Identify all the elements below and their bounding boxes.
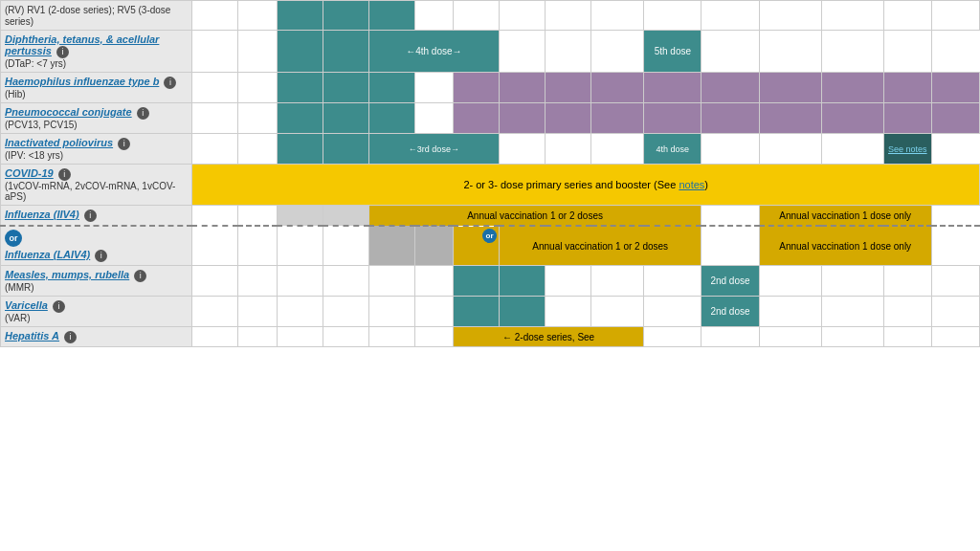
vaccine-schedule-table: (RV) RV1 (2-dose series); RV5 (3-dose se… (0, 0, 980, 347)
dtap-birth (192, 31, 238, 73)
hepa-13-15yrs (883, 327, 931, 347)
dtap-row: Diphtheria, tetanus, & acellular pertuss… (1, 31, 980, 73)
ipv-name-cell: Inactivated poliovirus i (IPV: <18 yrs) (1, 134, 192, 165)
rv-4-6yrs (702, 1, 759, 31)
covid-name-cell: COVID-19 i (1vCOV-mRNA, 2vCOV-mRNA, 1vCO… (1, 165, 192, 206)
mmr-15mo (500, 266, 546, 297)
hepa-link[interactable]: Hepatitis A (5, 330, 59, 342)
dtap-4mo (323, 31, 368, 73)
influenza-iiv4-info-icon[interactable]: i (84, 209, 97, 222)
ipv-11-12yrs (759, 134, 821, 165)
hib-7-10yrs (759, 73, 821, 103)
rv-15mo (500, 1, 546, 31)
influenza-laiv4-name-cell: or Influenza (LAIV4) i (1, 226, 192, 266)
pcv-2mo (277, 103, 323, 134)
dtap-16-18yrs (883, 31, 931, 73)
ipv-2-3yrs (591, 134, 644, 165)
mmr-7-10yrs (759, 266, 821, 297)
hepa-2-3yrs (644, 327, 702, 347)
laiv4-or-badge2: or (482, 229, 497, 243)
iiv4-birth (192, 206, 238, 227)
pcv-link[interactable]: Pneumococcal conjugate (5, 106, 132, 118)
covid-notes-link[interactable]: notes (679, 179, 704, 190)
dtap-19-23mo (546, 31, 591, 73)
influenza-laiv4-info-icon[interactable]: i (95, 250, 107, 262)
hepa-4-6yrs (702, 327, 759, 347)
mmr-12mo (453, 266, 499, 297)
hib-16-18yrs (931, 73, 979, 103)
ipv-info-icon[interactable]: i (118, 138, 130, 150)
ipv-7-10yrs (702, 134, 759, 165)
hepa-7-10yrs (759, 327, 821, 347)
ipv-see-notes-label[interactable]: See notes (888, 144, 927, 154)
pcv-info-icon[interactable]: i (137, 107, 149, 120)
mmr-birth (192, 266, 238, 297)
var-15mo (500, 297, 546, 327)
ipv-row: Inactivated poliovirus i (IPV: <18 yrs) … (1, 134, 980, 165)
hib-9mo (414, 73, 453, 103)
var-18mo (546, 297, 591, 327)
rv-2-3yrs (644, 1, 702, 31)
mmr-4mo (323, 266, 368, 297)
covid-row: COVID-19 i (1vCOV-mRNA, 2vCOV-mRNA, 1vCO… (1, 165, 980, 206)
hepa-birth (192, 327, 238, 347)
dtap-1mo (238, 31, 277, 73)
dtap-6mo-arrow: ←4th dose→ (368, 31, 499, 73)
rv-sub-text: (RV) RV1 (2-dose series); RV5 (3-dose se… (5, 5, 170, 27)
influenza-iiv4-link[interactable]: Influenza (IIV4) (5, 209, 79, 220)
iiv4-7-10yrs (702, 206, 759, 227)
laiv4-4mo (323, 226, 368, 266)
laiv4-annual2-cell: Annual vaccination 1 dose only (759, 226, 931, 266)
hepa-2mo (277, 327, 323, 347)
iiv4-annual1-cell: Annual vaccination 1 or 2 doses (368, 206, 702, 227)
ipv-1mo (238, 134, 277, 165)
dtap-2mo (277, 31, 323, 73)
mmr-4-6yrs-dose2: 2nd dose (702, 266, 759, 297)
laiv4-annual1-cell: Annual vaccination 1 or 2 doses (500, 226, 702, 266)
pcv-12mo (453, 103, 499, 134)
varicella-link[interactable]: Varicella (5, 299, 48, 311)
rv-2mo (277, 1, 323, 31)
hepa-9mo (414, 327, 453, 347)
ipv-sub: (IPV: <18 yrs) (5, 150, 188, 161)
covid-span-cell: 2- or 3- dose primary series and booster… (192, 165, 980, 206)
dtap-18mo (500, 31, 546, 73)
ipv-link[interactable]: Inactivated poliovirus (5, 137, 113, 148)
dtap-7-10yrs (702, 31, 759, 73)
dtap-link[interactable]: Diphtheria, tetanus, & acellular pertuss… (5, 33, 159, 56)
pcv-4mo (323, 103, 368, 134)
ipv-19-23mo (546, 134, 591, 165)
influenza-laiv4-link[interactable]: Influenza (LAIV4) (5, 249, 90, 260)
mmr-9mo (414, 266, 453, 297)
rv-9mo (414, 1, 453, 31)
pcv-7-10yrs (759, 103, 821, 134)
hib-info-icon[interactable]: i (164, 77, 176, 89)
varicella-info-icon[interactable]: i (53, 300, 65, 313)
pcv-sub: (PCV13, PCV15) (5, 120, 188, 130)
mmr-info-icon[interactable]: i (134, 270, 146, 282)
rv-7-10yrs (759, 1, 821, 31)
covid-link[interactable]: COVID-19 (5, 167, 54, 179)
hib-1mo (238, 73, 277, 103)
rv-19-23mo (591, 1, 644, 31)
mmr-6mo (368, 266, 414, 297)
ipv-3rd-dose-label: ←3rd dose→ (409, 144, 459, 154)
pcv-19-23mo (591, 103, 644, 134)
covid-info-icon[interactable]: i (58, 168, 71, 181)
dtap-name-cell: Diphtheria, tetanus, & acellular pertuss… (1, 31, 192, 73)
hib-link[interactable]: Haemophilus influenzae type b (5, 76, 159, 87)
hepa-11-12yrs (821, 327, 883, 347)
dtap-info-icon[interactable]: i (56, 46, 69, 58)
hib-2mo (277, 73, 323, 103)
hepa-info-icon[interactable]: i (64, 331, 77, 343)
laiv4-annual2-label: Annual vaccination 1 dose only (779, 241, 911, 252)
ipv-see-notes-cell: See notes (883, 134, 931, 165)
iiv4-annual1-label: Annual vaccination 1 or 2 doses (467, 210, 603, 221)
hepa-6mo (368, 327, 414, 347)
rv-12mo (453, 1, 499, 31)
rv-name-cell: (RV) RV1 (2-dose series); RV5 (3-dose se… (1, 1, 192, 31)
hib-2-3yrs (644, 73, 702, 103)
mmr-link[interactable]: Measles, mumps, rubella (5, 269, 129, 280)
rv-11-12yrs (821, 1, 883, 31)
dtap-5th-dose-label: 5th dose (655, 46, 691, 56)
